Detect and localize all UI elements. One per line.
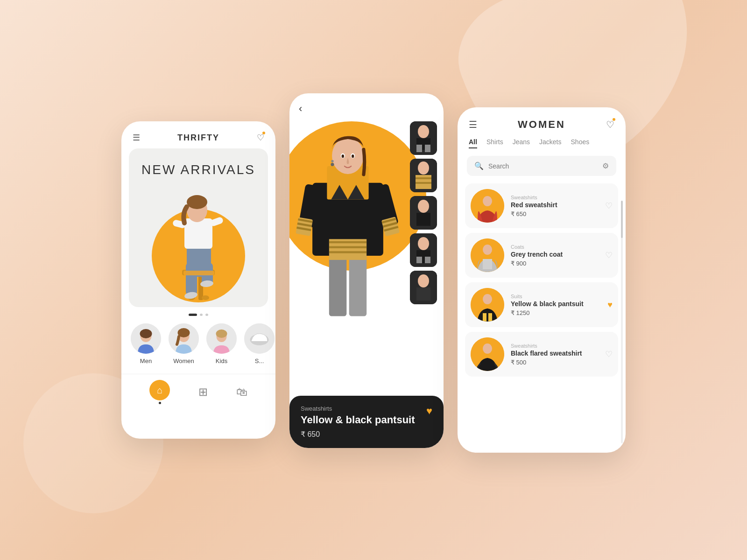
- svg-rect-6: [186, 263, 197, 295]
- product-info-red-sweatshirt: Sweatshirts Red sweatshirt ₹ 650: [511, 195, 599, 217]
- scrollbar[interactable]: [621, 201, 623, 443]
- new-arrivals-banner: NEW ARRIVALS: [129, 148, 268, 307]
- svg-point-51: [331, 163, 334, 166]
- categories-list: Men Women: [121, 323, 275, 364]
- product-price: ₹ 650: [301, 430, 432, 439]
- svg-rect-61: [416, 182, 431, 184]
- svg-point-45: [332, 137, 364, 174]
- nav-home[interactable]: ⌂: [149, 380, 170, 404]
- svg-rect-77: [483, 259, 492, 269]
- women-menu-icon[interactable]: ☰: [469, 119, 477, 130]
- svg-rect-64: [416, 213, 430, 226]
- phone-women-listing: ☰ WOMEN ♡ All Shirts Jeans Jackets Shoes…: [458, 107, 626, 453]
- product-category-label-4: Sweatshirts: [511, 343, 599, 349]
- nav-bag[interactable]: 🛍: [236, 385, 247, 399]
- product-thumb-grey-trench: [471, 238, 504, 272]
- category-men-label: Men: [140, 357, 152, 364]
- thumbnail-5[interactable]: [410, 271, 437, 304]
- women-wishlist-icon[interactable]: ♡: [606, 119, 614, 130]
- tab-jackets[interactable]: Jackets: [539, 138, 561, 148]
- search-icon: 🔍: [474, 161, 484, 170]
- product-category-label-2: Coats: [511, 244, 599, 250]
- category-shoes[interactable]: S...: [244, 323, 275, 364]
- category-kids-avatar: [206, 323, 237, 354]
- scrollbar-thumb: [621, 201, 623, 238]
- wishlist-icon[interactable]: ♡: [257, 133, 264, 143]
- product-model-illustration: [289, 103, 406, 355]
- carousel-dots: [121, 314, 275, 316]
- svg-point-12: [187, 195, 207, 209]
- product-thumb-black-sweatshirt: [471, 337, 504, 371]
- svg-point-18: [140, 329, 152, 338]
- product-price-label: ₹ 650: [511, 210, 599, 217]
- product-card-yellow-pantsuit[interactable]: Suits Yellow & black pantsuit ₹ 1250 ♥: [465, 282, 618, 327]
- product-category-label-3: Suits: [511, 294, 601, 299]
- svg-rect-81: [488, 313, 492, 322]
- category-tabs: All Shirts Jeans Jackets Shoes: [458, 138, 626, 148]
- svg-point-83: [483, 343, 492, 354]
- dot-2: [200, 314, 203, 316]
- product-info-yellow-pantsuit: Suits Yellow & black pantsuit ₹ 1250: [511, 294, 601, 316]
- product-info-grey-trench: Coats Grey trench coat ₹ 900: [511, 244, 599, 267]
- product-card-grey-trench[interactable]: Coats Grey trench coat ₹ 900 ♡: [465, 233, 618, 278]
- product-category-tag: Sweatshirts: [301, 405, 432, 412]
- svg-rect-72: [416, 287, 430, 301]
- product-heart-yellow-pantsuit[interactable]: ♥: [607, 300, 613, 310]
- svg-rect-68: [416, 257, 422, 263]
- search-bar: 🔍 ⚙: [467, 156, 616, 176]
- svg-rect-8: [184, 218, 212, 249]
- home-icon: ⌂: [157, 385, 162, 396]
- svg-point-48: [342, 154, 344, 158]
- product-name-label: Red sweatshirt: [511, 201, 599, 209]
- svg-point-71: [418, 274, 429, 287]
- product-card-black-sweatshirt[interactable]: Sweatshirts Black flared sweatshirt ₹ 50…: [465, 332, 618, 377]
- phones-container: ☰ THRIFTY ♡ NEW ARRIVALS: [121, 107, 626, 453]
- svg-point-66: [418, 237, 429, 250]
- product-price-label-3: ₹ 1250: [511, 309, 601, 316]
- products-list: Sweatshirts Red sweatshirt ₹ 650 ♡: [458, 183, 626, 377]
- product-heart-grey-trench[interactable]: ♡: [605, 250, 613, 260]
- product-heart-black-sweatshirt[interactable]: ♡: [605, 349, 613, 359]
- back-button[interactable]: ‹: [299, 103, 302, 115]
- svg-rect-32: [329, 246, 366, 248]
- product-card-red-sweatshirt[interactable]: Sweatshirts Red sweatshirt ₹ 650 ♡: [465, 183, 618, 228]
- thumbnail-1[interactable]: [410, 121, 437, 155]
- tab-all[interactable]: All: [469, 138, 477, 148]
- women-heart-dot: [613, 118, 615, 121]
- heart-notification-dot: [262, 132, 265, 134]
- search-input[interactable]: [488, 162, 598, 170]
- svg-point-50: [331, 160, 333, 162]
- svg-point-76: [483, 245, 492, 255]
- tab-shirts[interactable]: Shirts: [486, 138, 503, 148]
- phone-product-detail: ‹: [289, 93, 444, 448]
- thumbnail-3[interactable]: [410, 196, 437, 230]
- product-heart-red-sweatshirt[interactable]: ♡: [605, 201, 613, 211]
- category-women-avatar: [169, 323, 199, 354]
- nav-grid[interactable]: ⊞: [198, 385, 208, 399]
- product-info-black-sweatshirt: Sweatshirts Black flared sweatshirt ₹ 50…: [511, 343, 599, 366]
- home-icon-bg: ⌂: [149, 380, 170, 400]
- product-name: Yellow & black pantsuit: [301, 414, 432, 426]
- product-like-button[interactable]: ♥: [426, 405, 432, 417]
- women-title: WOMEN: [518, 119, 565, 131]
- category-shoes-label: S...: [255, 357, 264, 364]
- category-women[interactable]: Women: [169, 323, 199, 364]
- svg-rect-55: [416, 145, 422, 152]
- svg-point-58: [418, 161, 429, 175]
- tab-jeans[interactable]: Jeans: [513, 138, 530, 148]
- hamburger-icon[interactable]: ☰: [133, 133, 140, 143]
- category-kids[interactable]: Kids: [206, 323, 237, 364]
- filter-icon[interactable]: ⚙: [602, 161, 609, 170]
- tab-shoes[interactable]: Shoes: [571, 138, 590, 148]
- svg-rect-15: [183, 271, 214, 275]
- svg-point-74: [483, 196, 492, 206]
- thumbnail-2[interactable]: [410, 159, 437, 192]
- category-men[interactable]: Men: [131, 323, 161, 364]
- product-thumbnails: [410, 121, 437, 304]
- dot-active: [189, 314, 197, 316]
- svg-rect-31: [329, 241, 366, 243]
- svg-point-24: [216, 329, 227, 338]
- svg-point-49: [352, 154, 354, 158]
- thumbnail-4[interactable]: [410, 233, 437, 267]
- product-info-card: Sweatshirts Yellow & black pantsuit ₹ 65…: [289, 396, 444, 448]
